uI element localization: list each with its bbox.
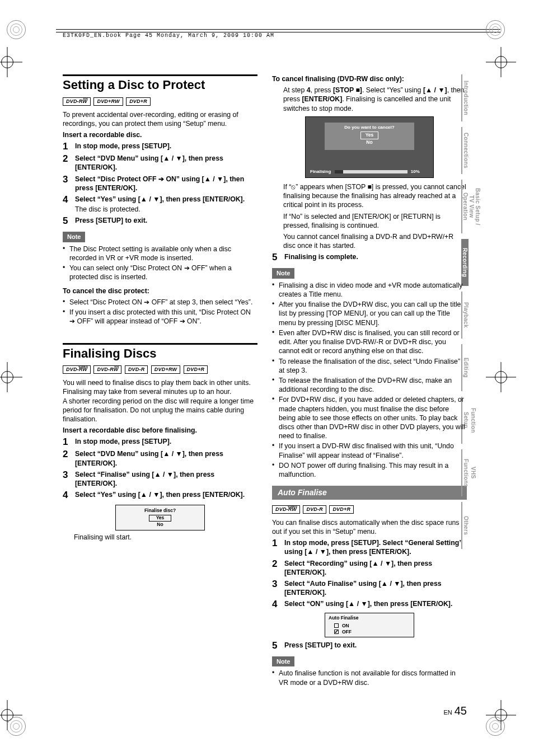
note-item: Auto finalise function is not available … [272,669,467,688]
step: 1In stop mode, press [SETUP]. [63,437,257,447]
disc-tag: DVD+RW [93,97,123,106]
step: 3Select “Finalise” using [▲ / ▼], then p… [63,470,257,488]
crop-mark-icon [490,367,512,388]
intro-text: To prevent accidental over-recording, ed… [63,110,257,128]
disc-tag: DVD+R [126,97,151,106]
disc-tag: DVD+R [184,365,208,374]
section-rule [63,74,257,76]
crop-mark-icon [490,51,512,73]
disc-tag: DVD+RW [151,365,180,374]
step: 2Select “Recording” using [▲ / ▼], then … [272,559,467,577]
intro-text: You will need to finalise discs to play … [63,378,257,424]
step: 5Finalising is complete. [272,252,467,262]
section-rule [63,343,257,345]
disc-tag: DVD-RWVideo [272,505,300,514]
swirl-icon [486,20,505,39]
cancel-list: Select “Disc Protect ON ➔ OFF” at step 3… [63,298,257,327]
heading-finalise: Finalising Discs [63,347,257,360]
note-item: After you finalise the DVD+RW disc, you … [272,300,467,328]
swirl-icon [7,717,26,736]
subheading-auto-finalise: Auto Finalise [272,486,467,499]
osd-finalise-dialog: Finalise disc? Yes No [115,505,205,530]
step: 5Press [SETUP] to exit. [63,216,257,226]
note-item: To release the finalisation of the DVD+R… [272,376,467,395]
tab-basic-setup: Basic Setup / TV View Operation [461,180,481,233]
note-item: Even after DVD+RW disc is finalised, you… [272,328,467,357]
note-badge: Note [272,656,294,667]
para: You cannot cancel finalising a DVD-R and… [283,232,467,250]
step: 4Select “Yes” using [▲ / ▼], then press … [63,490,257,500]
disc-tag: DVD-R [303,505,326,514]
checkbox-checked-icon [334,630,339,634]
osd-title: Auto Finalise [329,615,410,621]
checkbox-icon [334,623,339,628]
disc-tag: DVD-RWVR [93,365,121,374]
disc-tags: DVD-RWVR DVD+RW DVD+R [63,96,257,106]
osd-auto-finalise: Auto Finalise ON OFF [325,613,414,637]
note-item: To release the finalisation of the disc,… [272,357,467,376]
note-list: The Disc Protect setting is available on… [63,245,257,283]
tab-connections: Connections [461,127,470,174]
note-list: Auto finalise function is not available … [272,669,467,688]
disc-tag: DVD-RWVideo [63,365,91,374]
disc-tags: DVD-RWVideo DVD-R DVD+R [272,504,467,514]
note-badge: Note [272,268,294,279]
step: 5Press [SETUP] to exit. [272,641,467,651]
osd-option-off: OFF [342,629,352,635]
osd-question: Do you want to cancel? [325,125,414,131]
cancel-body: At step 4, press [STOP ■]. Select “Yes” … [283,86,467,113]
left-column: Setting a Disc to Protect DVD-RWVR DVD+R… [63,74,257,692]
cancel-heading: To cancel the disc protect: [63,287,257,295]
note-item: If you insert a DVD-RW disc finalised wi… [272,442,467,461]
osd-option-yes: Yes [360,132,379,139]
disc-tag: DVD+R [329,505,354,514]
right-column: To cancel finalising (DVD-RW disc only):… [272,74,467,692]
crop-mark-icon [0,51,18,73]
step: 1In stop mode, press [SETUP]. [63,142,257,152]
tab-others: Others [461,502,470,549]
cancel-heading: To cancel finalising (DVD-RW disc only): [272,74,467,83]
note-item: You can select only “Disc Protect ON ➔ O… [63,264,257,283]
tab-recording: Recording [461,239,469,286]
step: 2Select “DVD Menu” using [▲ / ▼], then p… [63,154,257,172]
tab-introduction: Introduction [461,74,470,121]
note-item: DO NOT power off during finalising. This… [272,461,467,480]
intro-text: You can finalise discs automatically whe… [272,518,467,536]
swirl-icon [7,20,26,39]
list-item: If you insert a disc protected with this… [63,308,257,327]
disc-tag: DVD-R [125,365,148,374]
osd-option-on: ON [342,623,349,629]
lead-text: Insert a recordable disc before finalisi… [63,426,257,435]
osd-title: Finalise disc? [116,508,204,514]
osd-option-no: No [116,522,204,528]
note-list: Finalising a disc in video mode and +VR … [272,281,467,481]
note-item: The Disc Protect setting is available on… [63,245,257,264]
step: 4Select “ON” using [▲ / ▼], then press [… [272,599,467,609]
list-item: Select “Disc Protect ON ➔ OFF” at step 3… [63,298,257,308]
step: 3Select “Disc Protect OFF ➔ ON” using [▲… [63,175,257,192]
osd-progress-label: Finalising [310,169,331,174]
heading-protect: Setting a Disc to Protect [63,78,257,92]
step: 1In stop mode, press [SETUP]. Select “Ge… [272,538,467,556]
para: If “⦸” appears when [STOP ■] is pressed,… [283,182,467,210]
note-badge: Note [63,232,85,242]
lead-text: Insert a recordable disc. [63,130,257,139]
note-item: Finalising a disc in video mode and +VR … [272,281,467,300]
disc-tags: DVD-RWVideo DVD-RWVR DVD-R DVD+RW DVD+R [63,364,257,374]
page-number: EN45 [443,703,467,718]
step: 4Select “Yes” using [▲ / ▼], then press … [63,195,257,214]
disc-tag: DVD-RWVR [63,97,91,106]
osd-caption: Finalising will start. [74,533,257,542]
progress-bar-icon [335,170,407,173]
osd-progress-pct: 10% [411,169,420,174]
running-header: E3TK0FD_EN.book Page 45 Monday, March 9,… [63,32,274,39]
note-item: For DVD+RW disc, if you have added or de… [272,395,467,442]
swirl-icon [486,717,505,736]
step: 2Select “DVD Menu” using [▲ / ▼], then p… [63,449,257,467]
crop-mark-icon [0,367,18,388]
para: If “No” is selected and [ENTER/OK] or [R… [283,212,467,230]
osd-option-no: No [325,139,414,145]
osd-cancel-dialog: Do you want to cancel? Yes No Finalising… [305,116,434,178]
osd-option-yes: Yes [149,515,172,521]
step: 3Select “Auto Finalise” using [▲ / ▼], t… [272,579,467,597]
